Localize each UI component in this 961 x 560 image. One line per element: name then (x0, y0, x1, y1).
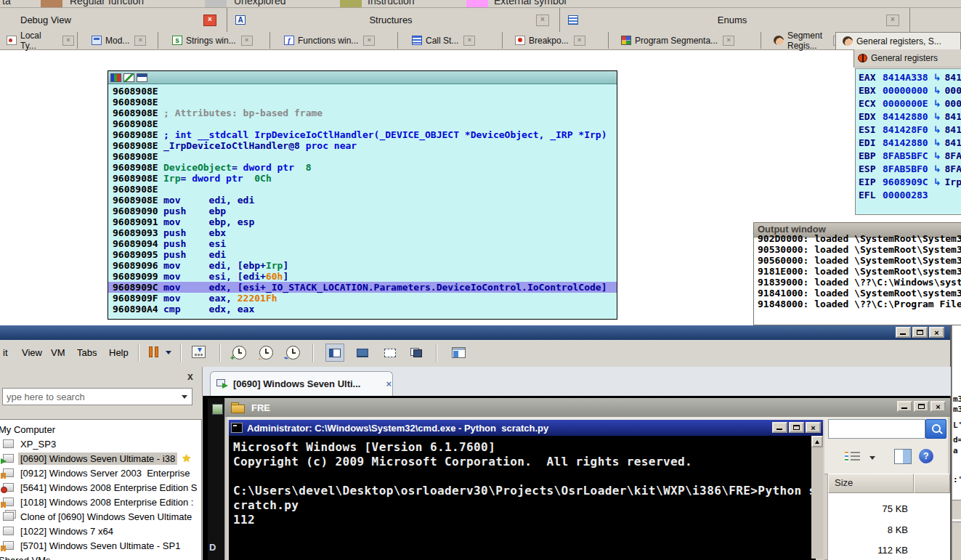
snapshot-manager-button[interactable]: ⌁ (286, 346, 300, 360)
disasm-line[interactable]: 9608908E_IrpDeviceIoCtlHandler@8 proc ne… (108, 140, 617, 151)
register-row[interactable]: EBX00000000↳000 (859, 84, 961, 97)
edit-icon[interactable] (123, 73, 134, 82)
register-row[interactable]: EBP8FAB5BFC↳8FA (859, 150, 961, 163)
jump-arrow-icon[interactable]: ↳ (933, 111, 941, 122)
send-ctrl-alt-del-button[interactable] (192, 346, 206, 358)
suspend-dropdown-icon[interactable] (166, 351, 171, 354)
show-sidebar-toggle[interactable] (325, 344, 344, 362)
disasm-line[interactable]: 9608908Emov edi, edi (108, 195, 617, 206)
menu-vm[interactable]: VM (51, 347, 65, 358)
view-tab-functions-win-[interactable]: fFunctions win...× (277, 32, 398, 49)
disasm-line[interactable]: 9608908E (108, 184, 617, 195)
file-size-cell[interactable]: 8 KB (828, 524, 908, 535)
jump-arrow-icon[interactable]: ↳ (933, 176, 941, 187)
close-button[interactable]: × (929, 327, 944, 338)
vm-list-item[interactable]: [1022] Windows 7 x64 (0, 524, 201, 538)
menu-view[interactable]: View (22, 347, 42, 358)
disasm-line[interactable]: 9608908EIrp= dword ptr 0Ch (108, 173, 617, 184)
jump-arrow-icon[interactable]: ↳ (933, 137, 941, 148)
disasm-line[interactable]: 96089091mov ebp, esp (108, 216, 617, 227)
register-row[interactable]: EAX8414A338↳841 (859, 71, 961, 84)
register-row[interactable]: EIP9608909C↳Irp (859, 176, 961, 189)
disasm-line[interactable]: 9608908E (108, 118, 617, 129)
suspend-button[interactable] (155, 346, 158, 357)
scroll-up-icon[interactable] (811, 436, 823, 447)
show-vm-library-button[interactable] (449, 344, 468, 362)
vm-tab[interactable]: [0690] Windows Seven Ulti... × (210, 371, 393, 396)
tab-close-icon[interactable]: × (574, 36, 585, 46)
disasm-line[interactable]: 96089093push ebx (108, 227, 617, 238)
take-snapshot-button[interactable]: + (232, 346, 246, 360)
disasm-line[interactable]: 9608908E (108, 86, 617, 97)
tab-close-icon[interactable]: × (241, 36, 253, 46)
disasm-line[interactable]: 960890A4cmp edx, eax (108, 304, 617, 315)
tab-close-icon[interactable]: × (62, 36, 74, 46)
vm-list-item[interactable]: XP_SP3 (0, 437, 201, 451)
register-row[interactable]: ESI841428F0↳841 (859, 123, 961, 137)
empty-column-header[interactable] (914, 474, 950, 493)
close-button[interactable]: × (806, 422, 821, 433)
unity-button[interactable] (407, 344, 426, 362)
jump-arrow-icon[interactable]: ↳ (933, 163, 941, 174)
minimize-button[interactable] (896, 327, 911, 338)
view-tab-breakpo-[interactable]: Breakpo...× (508, 32, 609, 49)
disasm-line[interactable]: 9608908EDeviceObject= dword ptr 8 (108, 162, 617, 173)
minimize-button[interactable] (772, 422, 787, 433)
vm-list-item[interactable]: [0912] Windows Server 2003 Enterprise (0, 466, 201, 480)
vm-list-item[interactable]: [5701] Windows Seven Ultimate - SP1 (0, 538, 201, 553)
disasm-line[interactable]: 96089095push edi (108, 249, 617, 260)
search-icon[interactable] (925, 419, 946, 439)
view-tab-call-st-[interactable]: Call St...× (405, 32, 503, 49)
view-tab-program-segmenta-[interactable]: Program Segmenta...× (615, 32, 761, 49)
fre-titlebar[interactable]: FRE × (225, 398, 950, 417)
menu-help[interactable]: Help (109, 347, 129, 358)
jump-arrow-icon[interactable]: ↳ (933, 98, 941, 109)
disasm-line[interactable]: 9608908E; int __stdcall IrpDeviceIoCtlHa… (108, 129, 617, 140)
help-button[interactable]: ? (919, 449, 933, 463)
tab-close-icon[interactable]: × (463, 36, 475, 46)
colors-icon[interactable] (110, 73, 121, 82)
sidebar-close-icon[interactable]: x (185, 370, 196, 382)
suspend-button[interactable] (149, 346, 153, 357)
search-dropdown-icon[interactable] (182, 395, 187, 399)
window-icon[interactable] (137, 73, 147, 82)
jump-arrow-icon[interactable]: ↳ (933, 150, 941, 161)
views-dropdown-icon[interactable] (869, 456, 875, 460)
disasm-line[interactable]: 9608909Fmov eax, 22201Fh (108, 293, 617, 304)
register-row[interactable]: ESP8FAB5BF0↳8FA (859, 163, 961, 176)
disasm-line[interactable]: 96089099mov esi, [edi+60h] (108, 271, 617, 282)
doc-tab-enums[interactable]: Enums× (561, 8, 910, 32)
vm-list-item[interactable]: Shared VMs (0, 553, 201, 560)
tab-close-icon[interactable]: × (363, 36, 375, 46)
file-size-cell[interactable]: 112 KB (828, 545, 908, 556)
vm-list-item[interactable]: Clone of [0690] Windows Seven Ultimate (0, 509, 201, 524)
view-tab-mod-[interactable]: Mod...× (85, 32, 158, 49)
jump-arrow-icon[interactable]: ↳ (933, 124, 941, 135)
disasm-line[interactable]: 96089090push ebp (108, 206, 617, 216)
jump-arrow-icon[interactable]: ↳ (933, 72, 941, 83)
view-tab-general-registers-s-[interactable]: General registers, S... (835, 32, 961, 49)
disasm-line[interactable]: 9608908E; Attributes: bp-based frame (108, 107, 617, 118)
view-tab-strings-win-[interactable]: sStrings win...× (166, 32, 270, 49)
tab-close-icon[interactable]: × (886, 15, 899, 26)
maximize-button[interactable] (914, 401, 929, 412)
tab-close-icon[interactable]: × (536, 15, 549, 26)
console-scrollbar[interactable] (811, 436, 823, 559)
register-row[interactable]: ECX0000000E↳000 (859, 97, 961, 110)
explorer-search-input[interactable] (828, 419, 925, 439)
maximize-button[interactable] (912, 327, 928, 338)
tab-close-icon[interactable]: × (134, 36, 146, 46)
doc-tab-structures[interactable]: AStructures× (228, 8, 560, 32)
minimize-button[interactable] (897, 401, 912, 412)
preview-pane-button[interactable] (894, 449, 912, 464)
menu-tabs[interactable]: Tabs (77, 347, 97, 358)
search-input[interactable] (2, 388, 192, 405)
tab-close-icon[interactable]: × (723, 36, 734, 46)
vm-tab-close-icon[interactable]: × (386, 378, 392, 389)
register-row[interactable]: EFL00000283 (859, 189, 961, 202)
maximize-button[interactable] (789, 422, 804, 433)
jump-arrow-icon[interactable]: ↳ (933, 85, 941, 96)
revert-snapshot-button[interactable]: ← (259, 346, 273, 360)
fullscreen-button[interactable] (381, 344, 400, 362)
size-column-header[interactable]: Size (828, 474, 914, 493)
